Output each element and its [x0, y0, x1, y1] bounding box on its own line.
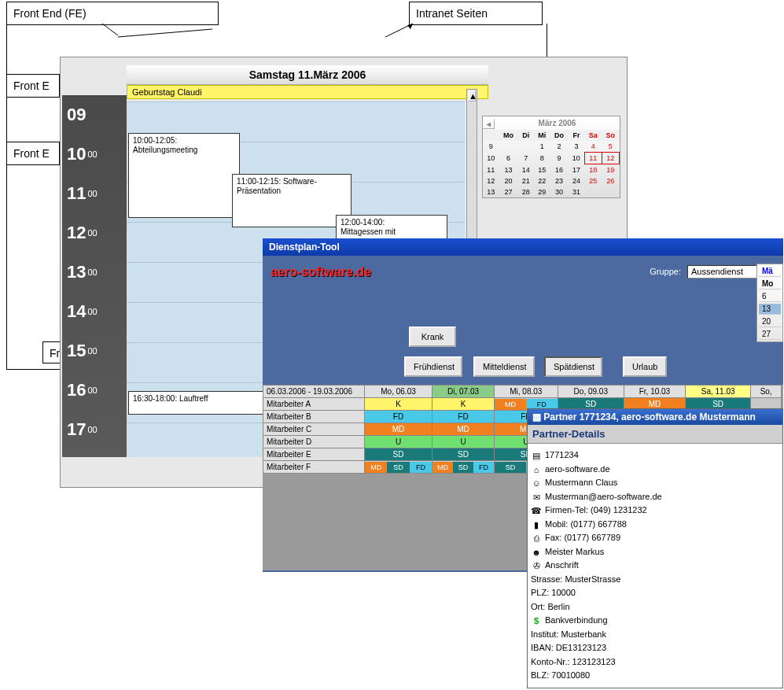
btn-spaetdienst[interactable]: Spätdienst [544, 356, 602, 377]
allday-event[interactable]: Geburtstag Claudi [127, 85, 488, 99]
home-icon: ⌂ [531, 463, 542, 474]
address-plz: PLZ: 10000 [531, 586, 576, 600]
dienstplan-title: Dienstplan-Tool [263, 238, 783, 256]
person2-icon: ☻ [531, 546, 542, 557]
time-10: 1000 [62, 135, 127, 174]
col-header[interactable]: Mo, 06.03 [365, 386, 432, 398]
partner-manager: Meister Markus [545, 545, 604, 559]
employee-name[interactable]: Mitarbeiter C [263, 423, 365, 436]
person-icon: ☺ [531, 477, 542, 488]
bank-label: Bankverbindung [545, 614, 608, 627]
calendar-title: Samstag 11.März 2006 [127, 65, 488, 85]
employee-name[interactable]: Mitarbeiter A [263, 398, 365, 411]
partner-window: ▦ Partner 1771234, aero-software.de Must… [527, 408, 783, 688]
col-header[interactable]: So, [751, 386, 782, 398]
col-header[interactable]: Di, 07.03 [432, 386, 495, 398]
mobile-icon: ▮ [531, 518, 542, 529]
shift-cell[interactable]: U [365, 436, 432, 448]
group-label: Gruppe: [650, 267, 681, 276]
shift-cell-multi[interactable]: MDSDFD [432, 461, 495, 474]
logo-text: aero-software.de [271, 265, 371, 279]
shift-cell[interactable]: FD [365, 411, 432, 423]
card-icon: ▤ [531, 449, 542, 460]
address-icon: ✇ [531, 559, 542, 570]
mini-calendar[interactable]: ◂März 2006 MoDiMiDoFrSaSo 912345 1067891… [482, 116, 620, 198]
address-street: Strasse: MusterStrasse [531, 573, 620, 586]
shift-cell[interactable]: MD [432, 423, 495, 436]
diagram-box-intranet: Intranet Seiten [409, 2, 543, 25]
shift-cell[interactable]: U [432, 436, 495, 448]
shift-cell[interactable]: MD [365, 423, 432, 436]
time-13: 1300 [62, 253, 127, 292]
time-14: 1400 [62, 292, 127, 331]
employee-name[interactable]: Mitarbeiter B [263, 411, 365, 423]
partner-tel: Firmen-Tel: (049) 1231232 [545, 504, 647, 517]
bank-inst: Institut: Musterbank [531, 628, 606, 641]
calendar-header-area: Samstag 11.März 2006 Geburtstag Claudi [127, 65, 488, 99]
partner-tree[interactable]: ▤1771234 ⌂aero-software.de ☺Mustermann C… [528, 444, 782, 688]
shift-cell[interactable]: SD [432, 448, 495, 461]
partner-fax: Fax: (0177) 667789 [545, 531, 620, 544]
partner-site: aero-software.de [545, 463, 610, 476]
time-column: 09 1000 1100 1200 1300 1400 1500 1600 17… [62, 95, 127, 457]
shift-cell[interactable]: K [432, 398, 495, 411]
shift-cell[interactable]: FD [432, 411, 495, 423]
employee-name[interactable]: Mitarbeiter D [263, 436, 365, 448]
partner-id: 1771234 [545, 448, 579, 462]
col-header[interactable]: Mi, 08.03 [494, 386, 558, 398]
bank-blz: BLZ: 70010080 [531, 669, 590, 682]
address-label: Anschrift [545, 559, 579, 572]
appointment-2[interactable]: 11:00-12:15: Software- Präsentation [232, 174, 352, 227]
shift-cell[interactable]: SD [365, 448, 432, 461]
range-cell: 06.03.2006 - 19.03.2006 [263, 386, 365, 398]
prev-month-icon[interactable]: ◂ [483, 119, 495, 129]
dp-side-cal: Mä Mo 6132027 [756, 264, 783, 342]
appointment-1[interactable]: 10:00-12:05: Abteilungsmeeting [128, 133, 240, 218]
btn-krank[interactable]: Krank [409, 327, 456, 347]
fax-icon: ⎙ [531, 532, 542, 543]
col-header[interactable]: Fr, 10.03 [624, 386, 685, 398]
time-15: 1500 [62, 331, 127, 371]
partner-subtitle: Partner-Details [528, 425, 782, 444]
mini-cal-grid[interactable]: MoDiMiDoFrSaSo 912345 106789101112 11131… [483, 130, 620, 197]
shift-cell-multi[interactable]: MDSDFD [365, 461, 432, 474]
address-ort: Ort: Berlin [531, 600, 570, 614]
time-17: 1700 [62, 410, 127, 449]
mail-icon: ✉ [531, 491, 542, 502]
phone-icon: ☎ [531, 504, 542, 515]
window-icon: ▦ [532, 411, 543, 422]
time-16: 1600 [62, 371, 127, 410]
dollar-icon: $ [531, 614, 542, 625]
employee-name[interactable]: Mitarbeiter E [263, 448, 365, 461]
bank-konto: Konto-Nr.: 123123123 [531, 655, 616, 669]
mini-cal-title: März 2006 [539, 119, 576, 127]
btn-urlaub[interactable]: Urlaub [623, 356, 667, 377]
shift-cell[interactable]: K [365, 398, 432, 411]
partner-mail: Musterman@aero-software.de [545, 490, 662, 504]
partner-title: ▦ Partner 1771234, aero-software.de Must… [528, 409, 782, 425]
appointment-4[interactable]: 16:30-18:00: Lauftreff [128, 391, 279, 415]
employee-name[interactable]: Mitarbeiter F [263, 461, 365, 474]
btn-fruehdienst[interactable]: Frühdienst [404, 356, 462, 377]
partner-name: Mustermann Claus [545, 476, 617, 489]
time-11: 1100 [62, 174, 127, 213]
col-header[interactable]: Do, 09.03 [558, 386, 624, 398]
btn-mitteldienst[interactable]: Mitteldienst [473, 356, 535, 377]
partner-mobile: Mobil: (0177) 667788 [545, 518, 627, 531]
col-header[interactable]: Sa, 11.03 [685, 386, 750, 398]
bank-iban: IBAN: DE13123123 [531, 641, 606, 655]
time-09: 09 [62, 95, 127, 135]
time-12: 1200 [62, 213, 127, 253]
